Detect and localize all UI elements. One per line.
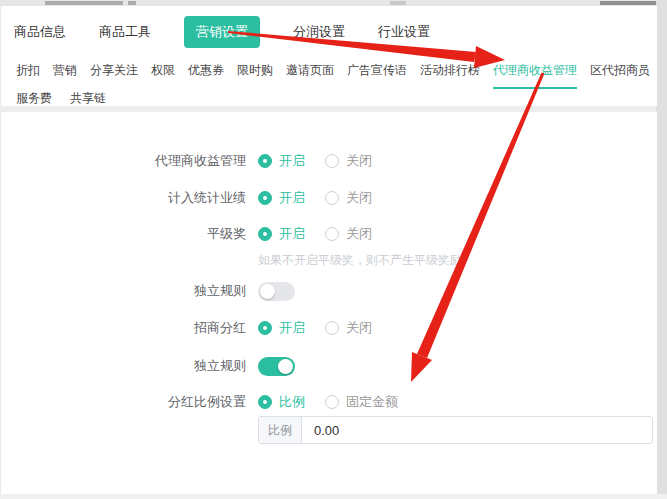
radio-label: 开启	[279, 319, 305, 337]
radio-label: 开启	[279, 152, 305, 170]
form-row-dividend-ratio-setting: 分红比例设置 比例 固定金额	[1, 392, 657, 412]
tab-district-agent-recruiter[interactable]: 区代招商员	[590, 62, 650, 87]
tab-coupon[interactable]: 优惠券	[188, 62, 224, 87]
settings-form-panel: 代理商收益管理 开启 关闭 计入统计业绩 开启 关闭 平级奖	[0, 112, 657, 494]
form-row-count-performance: 计入统计业绩 开启 关闭	[1, 188, 657, 208]
form-row-independent-rule-1: 独立规则	[1, 281, 657, 301]
form-row-peer-bonus: 平级奖 开启 关闭	[1, 224, 657, 244]
radio-checked-icon	[258, 395, 272, 409]
tab-permission[interactable]: 权限	[151, 62, 175, 87]
radio-option-off[interactable]: 关闭	[325, 319, 372, 337]
artifact-mark	[128, 1, 136, 5]
radio-unchecked-icon	[325, 191, 339, 205]
input-prefix-label: 比例	[259, 417, 302, 443]
radio-label: 关闭	[346, 152, 372, 170]
tab-invite-page[interactable]: 邀请页面	[286, 62, 334, 87]
radio-option-off[interactable]: 关闭	[325, 152, 372, 170]
tab-agent-income-management[interactable]: 代理商收益管理	[493, 62, 577, 89]
radio-unchecked-icon	[325, 395, 339, 409]
radio-option-on[interactable]: 开启	[258, 152, 305, 170]
radio-label: 比例	[279, 393, 305, 411]
form-label: 代理商收益管理	[1, 152, 258, 170]
radio-option-fixed-amount[interactable]: 固定金额	[325, 393, 398, 411]
radio-checked-icon	[258, 227, 272, 241]
form-label: 独立规则	[1, 357, 258, 375]
radio-label: 开启	[279, 225, 305, 243]
tab-marketing[interactable]: 营销	[53, 62, 77, 87]
tab-industry-settings[interactable]: 行业设置	[378, 23, 430, 41]
radio-option-on[interactable]: 开启	[258, 189, 305, 207]
page-right-gutter	[656, 0, 667, 499]
radio-unchecked-icon	[325, 227, 339, 241]
radio-group: 比例 固定金额	[258, 393, 398, 411]
tab-share-follow[interactable]: 分享关注	[90, 62, 138, 87]
radio-group: 开启 关闭	[258, 319, 372, 337]
radio-option-off[interactable]: 关闭	[325, 189, 372, 207]
form-label: 独立规则	[1, 282, 258, 300]
radio-group: 开启 关闭	[258, 225, 372, 243]
radio-group: 开启 关闭	[258, 189, 372, 207]
radio-option-ratio[interactable]: 比例	[258, 393, 305, 411]
form-label: 计入统计业绩	[1, 189, 258, 207]
radio-unchecked-icon	[325, 154, 339, 168]
tab-goods-tools[interactable]: 商品工具	[99, 23, 151, 41]
artifact-mark	[390, 1, 406, 5]
toggle-switch-off[interactable]	[258, 282, 295, 301]
switch-knob	[260, 284, 275, 299]
radio-option-on[interactable]: 开启	[258, 319, 305, 337]
switch-knob	[278, 359, 293, 374]
tab-goods-info[interactable]: 商品信息	[14, 23, 66, 41]
tab-flash-sale[interactable]: 限时购	[237, 62, 273, 87]
radio-label: 开启	[279, 189, 305, 207]
radio-checked-icon	[258, 191, 272, 205]
radio-label: 关闭	[346, 319, 372, 337]
peer-bonus-hint: 如果不开启平级奖，则不产生平级奖励	[258, 252, 462, 269]
radio-checked-icon	[258, 154, 272, 168]
toggle-switch-on[interactable]	[258, 357, 295, 376]
ratio-input-group: 比例	[258, 416, 653, 444]
form-label: 分红比例设置	[1, 393, 258, 411]
radio-unchecked-icon	[325, 321, 339, 335]
form-label: 招商分红	[1, 319, 258, 337]
form-label: 平级奖	[1, 225, 258, 243]
radio-group: 开启 关闭	[258, 152, 372, 170]
tabs-panel: 商品信息 商品工具 营销设置 分润设置 行业设置 折扣 营销 分享关注 权限 优…	[0, 6, 657, 106]
radio-label: 固定金额	[346, 393, 398, 411]
ratio-value-input[interactable]	[302, 417, 652, 443]
tab-ad-slogan[interactable]: 广告宣传语	[347, 62, 407, 87]
secondary-tab-bar: 折扣 营销 分享关注 权限 优惠券 限时购 邀请页面 广告宣传语 活动排行榜 代…	[16, 62, 650, 89]
tab-marketing-settings[interactable]: 营销设置	[184, 16, 260, 48]
tab-discount[interactable]: 折扣	[16, 62, 40, 87]
artifact-mark	[45, 1, 123, 5]
form-row-recruit-dividend: 招商分红 开启 关闭	[1, 318, 657, 338]
tab-profit-settings[interactable]: 分润设置	[293, 23, 345, 41]
primary-tab-bar: 商品信息 商品工具 营销设置 分润设置 行业设置	[14, 18, 430, 46]
radio-label: 关闭	[346, 225, 372, 243]
radio-option-off[interactable]: 关闭	[325, 225, 372, 243]
radio-label: 关闭	[346, 189, 372, 207]
radio-checked-icon	[258, 321, 272, 335]
radio-option-on[interactable]: 开启	[258, 225, 305, 243]
form-row-agent-income: 代理商收益管理 开启 关闭	[1, 151, 657, 171]
tab-activity-ranking[interactable]: 活动排行榜	[420, 62, 480, 87]
form-row-independent-rule-2: 独立规则	[1, 356, 657, 376]
